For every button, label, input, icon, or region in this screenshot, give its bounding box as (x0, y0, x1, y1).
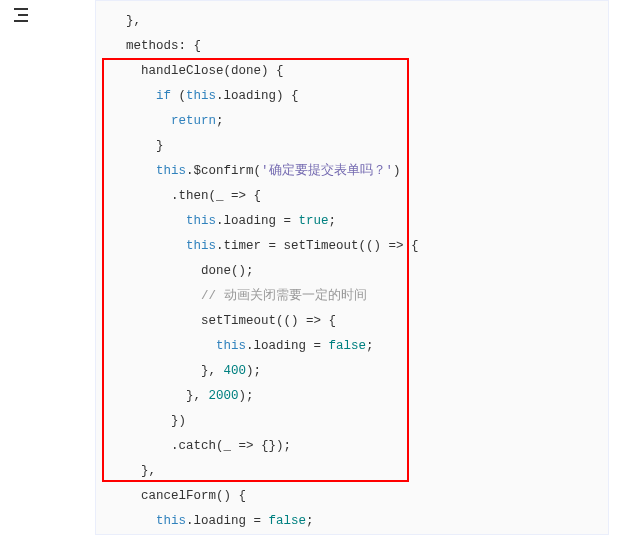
menu-icon (14, 8, 30, 22)
svg-rect-1 (18, 14, 28, 16)
code-example-block: }, methods: { handleClose(done) { if (th… (95, 0, 609, 535)
menu-toggle-button[interactable] (14, 8, 30, 25)
code-content: }, methods: { handleClose(done) { if (th… (96, 9, 608, 534)
svg-rect-0 (14, 8, 28, 10)
svg-rect-2 (14, 20, 28, 22)
